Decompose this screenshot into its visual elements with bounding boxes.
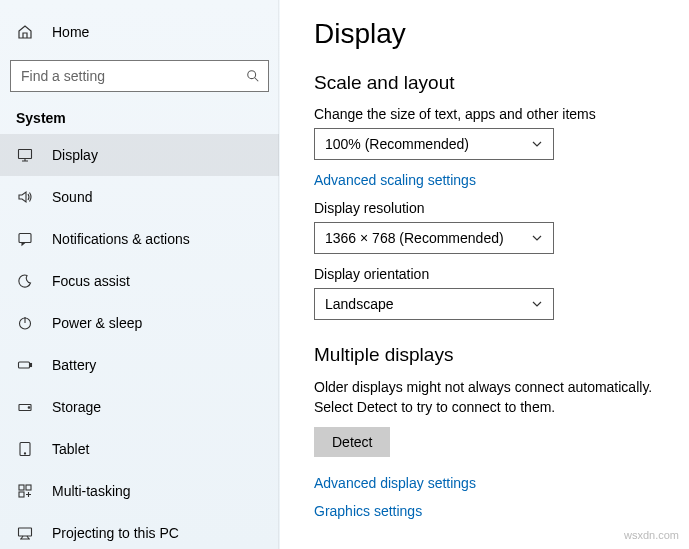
monitor-icon bbox=[16, 146, 34, 164]
svg-rect-11 bbox=[26, 485, 31, 490]
search-input[interactable] bbox=[11, 68, 238, 84]
link-advanced-scaling[interactable]: Advanced scaling settings bbox=[314, 172, 476, 188]
dropdown-resolution[interactable]: 1366 × 768 (Recommended) bbox=[314, 222, 554, 254]
sidebar-item-label: Power & sleep bbox=[52, 315, 142, 331]
project-icon bbox=[16, 524, 34, 542]
speaker-icon bbox=[16, 188, 34, 206]
sidebar-nav-list: Display Sound Notifications & actions Fo… bbox=[0, 134, 279, 549]
svg-rect-13 bbox=[19, 528, 32, 536]
detect-button[interactable]: Detect bbox=[314, 427, 390, 457]
multitask-icon bbox=[16, 482, 34, 500]
sidebar-item-label: Projecting to this PC bbox=[52, 525, 179, 541]
dropdown-scale[interactable]: 100% (Recommended) bbox=[314, 128, 554, 160]
home-icon bbox=[16, 23, 34, 41]
search-icon bbox=[238, 69, 268, 83]
chevron-down-icon bbox=[531, 138, 543, 150]
sidebar-home[interactable]: Home bbox=[0, 12, 279, 52]
link-advanced-display[interactable]: Advanced display settings bbox=[314, 475, 476, 491]
sidebar-item-tablet[interactable]: Tablet bbox=[0, 428, 279, 470]
label-text-size: Change the size of text, apps and other … bbox=[314, 106, 667, 122]
dropdown-orientation-value: Landscape bbox=[325, 296, 394, 312]
watermark: wsxdn.com bbox=[624, 529, 679, 541]
chevron-down-icon bbox=[531, 232, 543, 244]
sidebar: Home System Display Sound Notif bbox=[0, 0, 280, 549]
sidebar-home-label: Home bbox=[52, 24, 89, 40]
svg-rect-10 bbox=[19, 485, 24, 490]
sidebar-item-label: Sound bbox=[52, 189, 92, 205]
power-icon bbox=[16, 314, 34, 332]
sidebar-category: System bbox=[0, 96, 279, 134]
svg-point-9 bbox=[24, 453, 25, 454]
main-content: Display Scale and layout Change the size… bbox=[280, 0, 689, 549]
battery-icon bbox=[16, 356, 34, 374]
storage-icon bbox=[16, 398, 34, 416]
notification-icon bbox=[16, 230, 34, 248]
label-orientation: Display orientation bbox=[314, 266, 667, 282]
sidebar-item-display[interactable]: Display bbox=[0, 134, 279, 176]
chevron-down-icon bbox=[531, 298, 543, 310]
multiple-displays-desc: Older displays might not always connect … bbox=[314, 378, 667, 417]
svg-point-7 bbox=[28, 407, 30, 409]
section-scale-heading: Scale and layout bbox=[314, 72, 667, 94]
sidebar-item-label: Focus assist bbox=[52, 273, 130, 289]
sidebar-item-notifications[interactable]: Notifications & actions bbox=[0, 218, 279, 260]
dropdown-resolution-value: 1366 × 768 (Recommended) bbox=[325, 230, 504, 246]
sidebar-item-battery[interactable]: Battery bbox=[0, 344, 279, 386]
svg-rect-4 bbox=[19, 362, 30, 368]
label-resolution: Display resolution bbox=[314, 200, 667, 216]
dropdown-orientation[interactable]: Landscape bbox=[314, 288, 554, 320]
link-graphics-settings[interactable]: Graphics settings bbox=[314, 503, 422, 519]
svg-rect-2 bbox=[19, 234, 31, 243]
sidebar-item-label: Display bbox=[52, 147, 98, 163]
sidebar-item-focus-assist[interactable]: Focus assist bbox=[0, 260, 279, 302]
svg-rect-5 bbox=[30, 364, 32, 367]
section-multiple-heading: Multiple displays bbox=[314, 344, 667, 366]
moon-icon bbox=[16, 272, 34, 290]
sidebar-item-label: Storage bbox=[52, 399, 101, 415]
sidebar-item-projecting[interactable]: Projecting to this PC bbox=[0, 512, 279, 549]
search-wrap bbox=[0, 52, 279, 96]
dropdown-scale-value: 100% (Recommended) bbox=[325, 136, 469, 152]
sidebar-item-label: Battery bbox=[52, 357, 96, 373]
tablet-icon bbox=[16, 440, 34, 458]
sidebar-item-label: Multi-tasking bbox=[52, 483, 131, 499]
sidebar-item-sound[interactable]: Sound bbox=[0, 176, 279, 218]
search-box[interactable] bbox=[10, 60, 269, 92]
sidebar-item-label: Tablet bbox=[52, 441, 89, 457]
sidebar-item-multitasking[interactable]: Multi-tasking bbox=[0, 470, 279, 512]
svg-rect-1 bbox=[19, 150, 32, 159]
sidebar-item-storage[interactable]: Storage bbox=[0, 386, 279, 428]
svg-point-0 bbox=[248, 71, 256, 79]
svg-rect-12 bbox=[19, 492, 24, 497]
sidebar-item-power-sleep[interactable]: Power & sleep bbox=[0, 302, 279, 344]
sidebar-item-label: Notifications & actions bbox=[52, 231, 190, 247]
page-title: Display bbox=[314, 18, 667, 50]
